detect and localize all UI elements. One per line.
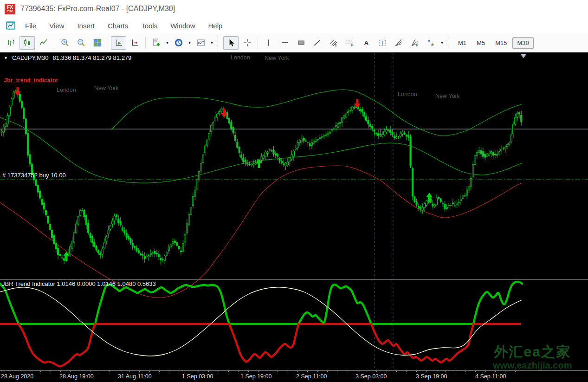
- rectangle-icon: [297, 39, 305, 47]
- text-button[interactable]: A: [358, 36, 374, 50]
- indicators-icon: [197, 39, 205, 47]
- zoom-out-icon: [77, 39, 85, 47]
- mt4-window: FX PRO 77396435: FxPro.com-Real07 - [CAD…: [0, 0, 588, 382]
- time-axis-tick: [376, 371, 377, 372]
- text-label-icon: T: [378, 39, 387, 47]
- chart-area[interactable]: ▼ CADJPY,M30 81.336 81.374 81.279 81.279…: [0, 52, 588, 370]
- time-axis-tick: [436, 371, 436, 372]
- arrow-objects-icon: [427, 39, 435, 47]
- menu-item-help[interactable]: Help: [202, 19, 229, 32]
- indicator-green-line: [298, 285, 371, 324]
- svg-text:F: F: [416, 43, 418, 47]
- time-axis-tick: [515, 371, 516, 372]
- menu-item-file[interactable]: File: [19, 19, 43, 32]
- timeframe-m30-button[interactable]: M30: [512, 37, 533, 49]
- time-axis-tick: [100, 371, 100, 372]
- vertical-line-button[interactable]: [261, 36, 276, 50]
- indicators-button[interactable]: [193, 36, 208, 50]
- menu-bar: FileViewInsertChartsToolsWindowHelp: [0, 18, 588, 33]
- menu-item-tools[interactable]: Tools: [135, 19, 164, 32]
- menu-item-view[interactable]: View: [43, 19, 71, 32]
- candlestick-chart-button[interactable]: [19, 36, 35, 50]
- periods-button[interactable]: [171, 36, 186, 50]
- periods-dropdown-button[interactable]: ▾: [187, 37, 193, 49]
- ohlc-values: 81.336 81.374 81.279 81.279: [52, 54, 131, 61]
- chart-shift-button[interactable]: [127, 36, 142, 50]
- timeframe-m5-button[interactable]: M5: [472, 37, 490, 49]
- time-axis-tick: [11, 371, 11, 372]
- time-axis-label: 1 Sep 19:00: [240, 373, 271, 380]
- time-axis-tick: [238, 371, 239, 372]
- svg-text:T: T: [381, 40, 383, 45]
- line-chart-button[interactable]: [36, 36, 51, 50]
- text-label-button[interactable]: T: [375, 36, 390, 50]
- time-axis-tick: [268, 371, 268, 372]
- cursor-button[interactable]: [223, 36, 239, 50]
- new-order-icon: [152, 39, 161, 47]
- bar-chart-icon: [7, 39, 15, 47]
- bar-chart-button[interactable]: [3, 36, 19, 50]
- zoom-in-button[interactable]: [57, 36, 72, 50]
- time-axis-tick: [446, 371, 446, 372]
- time-axis-tick: [80, 371, 80, 372]
- toolbar-separator: [258, 37, 258, 49]
- time-axis-tick: [485, 371, 486, 372]
- menu-item-window[interactable]: Window: [164, 19, 201, 32]
- indicators-dropdown-button[interactable]: ▾: [209, 37, 215, 49]
- time-axis-tick: [505, 371, 505, 372]
- chevron-down-icon: ▼: [4, 56, 8, 60]
- time-axis-tick: [495, 371, 496, 372]
- time-axis-tick: [199, 371, 199, 372]
- time-axis-tick: [367, 371, 367, 372]
- new-order-button[interactable]: [149, 36, 164, 50]
- time-axis[interactable]: 28 Aug 202028 Aug 19:0031 Aug 11:001 Sep…: [0, 370, 588, 382]
- fxpro-logo-icon: FX PRO: [5, 4, 15, 14]
- fibonacci-fan-button[interactable]: [391, 36, 406, 50]
- time-axis-label: 4 Sep 11:00: [475, 373, 506, 380]
- time-axis-tick: [159, 371, 160, 372]
- text-icon: A: [362, 39, 370, 47]
- auto-scroll-button[interactable]: [111, 36, 126, 50]
- time-axis-label: 3 Sep 03:00: [355, 373, 387, 380]
- chart-window-icon: [6, 20, 16, 31]
- time-axis-tick: [456, 371, 456, 372]
- auto-scroll-icon: [115, 39, 123, 47]
- trendline-icon: [313, 39, 322, 47]
- arrow-objects-dropdown-button[interactable]: ▾: [439, 37, 445, 49]
- menu-item-charts[interactable]: Charts: [101, 19, 135, 32]
- equidistant-channel-button[interactable]: E: [326, 36, 341, 50]
- menu-item-insert[interactable]: Insert: [71, 19, 101, 32]
- time-axis-tick: [357, 371, 357, 372]
- time-axis-label: 1 Sep 03:00: [182, 373, 213, 380]
- arrow-objects-button[interactable]: [423, 36, 439, 50]
- title-bar: FX PRO 77396435: FxPro.com-Real07 - [CAD…: [0, 0, 588, 18]
- timeframe-m15-button[interactable]: M15: [491, 37, 511, 49]
- time-axis-tick: [258, 371, 258, 372]
- time-axis-tick: [189, 371, 189, 372]
- horizontal-line-icon: [281, 39, 289, 47]
- tile-windows-button[interactable]: [90, 36, 105, 50]
- new-order-dropdown-button[interactable]: ▾: [164, 37, 170, 49]
- fibonacci-expansion-button[interactable]: F: [407, 36, 422, 50]
- zoom-out-button[interactable]: [73, 36, 89, 50]
- rectangle-button[interactable]: [293, 36, 309, 50]
- indicator-signal-line: [0, 287, 522, 356]
- subwindow-indicator-label: JBR Trend Indicator 1.0146 0.0000 1.0146…: [2, 280, 156, 287]
- time-axis-tick: [179, 371, 179, 372]
- trendline-button[interactable]: [310, 36, 325, 50]
- toolbar-separator: [145, 37, 146, 49]
- symbol-name: CADJPY,M30: [12, 54, 49, 61]
- indicator-red-line: [229, 324, 298, 362]
- horizontal-line-button[interactable]: [277, 36, 292, 50]
- time-axis-tick: [169, 371, 169, 372]
- time-axis-label: 28 Aug 2020: [1, 373, 33, 380]
- time-axis-label: 31 Aug 11:00: [118, 373, 152, 380]
- time-axis-tick: [406, 371, 407, 372]
- fibonacci-retracement-button[interactable]: F: [342, 36, 357, 50]
- svg-text:E: E: [335, 44, 337, 47]
- crosshair-button[interactable]: [239, 36, 255, 50]
- fibonacci-expansion-icon: F: [411, 39, 419, 47]
- timeframe-m1-button[interactable]: M1: [453, 37, 471, 49]
- candlestick-chart-icon: [23, 39, 32, 47]
- scroll-to-end-marker[interactable]: [520, 54, 527, 58]
